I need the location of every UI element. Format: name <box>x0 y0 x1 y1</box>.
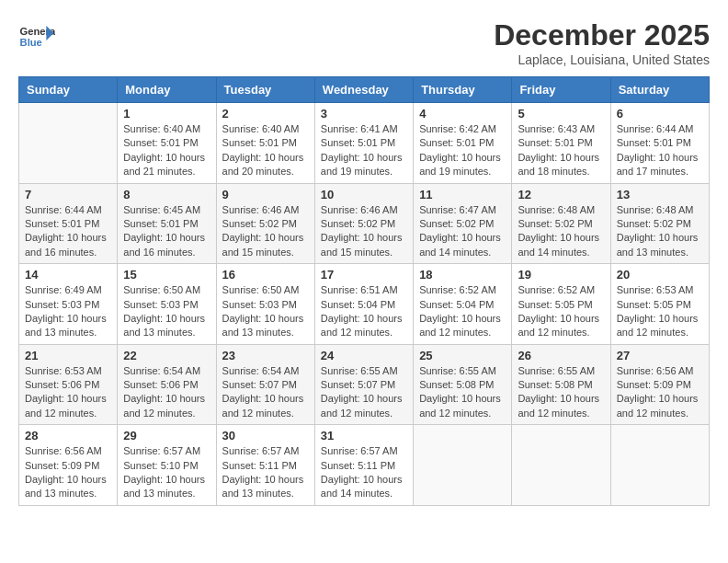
day-info: Sunrise: 6:57 AMSunset: 5:11 PMDaylight:… <box>222 444 309 501</box>
sunset-text: Sunset: 5:09 PM <box>617 378 703 392</box>
day-info: Sunrise: 6:55 AMSunset: 5:07 PMDaylight:… <box>321 364 407 421</box>
logo-icon: General Blue <box>18 18 55 55</box>
sunset-text: Sunset: 5:01 PM <box>419 136 506 150</box>
svg-text:Blue: Blue <box>20 37 42 48</box>
day-number: 29 <box>123 429 210 442</box>
daylight-text: Daylight: 10 hours and 15 minutes. <box>321 231 407 259</box>
calendar-day-cell: 8Sunrise: 6:45 AMSunset: 5:01 PMDaylight… <box>118 183 216 264</box>
day-info: Sunrise: 6:48 AMSunset: 5:02 PMDaylight:… <box>518 203 604 260</box>
calendar-week-row: 21Sunrise: 6:53 AMSunset: 5:06 PMDayligh… <box>19 344 710 425</box>
day-info: Sunrise: 6:47 AMSunset: 5:02 PMDaylight:… <box>419 203 506 260</box>
daylight-text: Daylight: 10 hours and 13 minutes. <box>25 312 111 340</box>
calendar-day-cell: 29Sunrise: 6:57 AMSunset: 5:10 PMDayligh… <box>118 425 216 506</box>
calendar-day-cell: 12Sunrise: 6:48 AMSunset: 5:02 PMDayligh… <box>512 183 610 264</box>
calendar-day-cell: 31Sunrise: 6:57 AMSunset: 5:11 PMDayligh… <box>314 425 413 506</box>
sunset-text: Sunset: 5:03 PM <box>123 298 210 312</box>
day-info: Sunrise: 6:46 AMSunset: 5:02 PMDaylight:… <box>321 203 407 260</box>
sunset-text: Sunset: 5:05 PM <box>617 298 703 312</box>
daylight-text: Daylight: 10 hours and 20 minutes. <box>222 151 309 179</box>
sunset-text: Sunset: 5:02 PM <box>518 217 604 231</box>
sunset-text: Sunset: 5:03 PM <box>25 298 111 312</box>
sunrise-text: Sunrise: 6:44 AM <box>617 122 703 136</box>
calendar-table: SundayMondayTuesdayWednesdayThursdayFrid… <box>18 76 710 506</box>
day-number: 14 <box>25 268 111 282</box>
day-number: 4 <box>419 107 506 121</box>
daylight-text: Daylight: 10 hours and 12 minutes. <box>321 312 407 340</box>
daylight-text: Daylight: 10 hours and 13 minutes. <box>123 312 210 340</box>
sunset-text: Sunset: 5:01 PM <box>617 136 703 150</box>
calendar-day-cell <box>512 425 610 506</box>
day-info: Sunrise: 6:54 AMSunset: 5:06 PMDaylight:… <box>123 364 210 421</box>
day-info: Sunrise: 6:51 AMSunset: 5:04 PMDaylight:… <box>321 283 407 340</box>
day-number: 15 <box>123 268 210 282</box>
day-number: 16 <box>222 268 309 282</box>
day-info: Sunrise: 6:50 AMSunset: 5:03 PMDaylight:… <box>123 283 210 340</box>
day-info: Sunrise: 6:42 AMSunset: 5:01 PMDaylight:… <box>419 122 506 179</box>
header-friday: Friday <box>512 77 610 103</box>
sunset-text: Sunset: 5:07 PM <box>321 378 407 392</box>
sunrise-text: Sunrise: 6:40 AM <box>222 122 309 136</box>
day-info: Sunrise: 6:45 AMSunset: 5:01 PMDaylight:… <box>123 203 210 260</box>
day-number: 9 <box>222 188 309 201</box>
calendar-week-row: 14Sunrise: 6:49 AMSunset: 5:03 PMDayligh… <box>19 264 710 345</box>
daylight-text: Daylight: 10 hours and 14 minutes. <box>518 231 604 259</box>
day-info: Sunrise: 6:55 AMSunset: 5:08 PMDaylight:… <box>518 364 604 421</box>
daylight-text: Daylight: 10 hours and 21 minutes. <box>123 151 210 179</box>
sunrise-text: Sunrise: 6:41 AM <box>321 122 407 136</box>
day-number: 23 <box>222 349 309 362</box>
sunrise-text: Sunrise: 6:48 AM <box>617 203 703 217</box>
day-info: Sunrise: 6:44 AMSunset: 5:01 PMDaylight:… <box>617 122 703 179</box>
daylight-text: Daylight: 10 hours and 12 minutes. <box>617 392 703 420</box>
daylight-text: Daylight: 10 hours and 14 minutes. <box>321 473 407 501</box>
day-number: 10 <box>321 188 407 201</box>
day-number: 27 <box>617 349 703 362</box>
sunrise-text: Sunrise: 6:50 AM <box>222 283 309 297</box>
day-info: Sunrise: 6:53 AMSunset: 5:06 PMDaylight:… <box>25 364 111 421</box>
sunset-text: Sunset: 5:01 PM <box>25 217 111 231</box>
header-monday: Monday <box>118 77 216 103</box>
sunrise-text: Sunrise: 6:42 AM <box>419 122 506 136</box>
day-info: Sunrise: 6:52 AMSunset: 5:04 PMDaylight:… <box>419 283 506 340</box>
calendar-day-cell <box>19 103 118 184</box>
calendar-day-cell: 26Sunrise: 6:55 AMSunset: 5:08 PMDayligh… <box>512 344 610 425</box>
day-number: 22 <box>123 349 210 362</box>
sunrise-text: Sunrise: 6:47 AM <box>419 203 506 217</box>
calendar-day-cell: 9Sunrise: 6:46 AMSunset: 5:02 PMDaylight… <box>216 183 314 264</box>
logo: General Blue <box>18 18 55 55</box>
day-info: Sunrise: 6:56 AMSunset: 5:09 PMDaylight:… <box>25 444 111 501</box>
calendar-day-cell: 21Sunrise: 6:53 AMSunset: 5:06 PMDayligh… <box>19 344 118 425</box>
calendar-day-cell: 2Sunrise: 6:40 AMSunset: 5:01 PMDaylight… <box>216 103 314 184</box>
day-info: Sunrise: 6:54 AMSunset: 5:07 PMDaylight:… <box>222 364 309 421</box>
daylight-text: Daylight: 10 hours and 19 minutes. <box>419 151 506 179</box>
sunset-text: Sunset: 5:08 PM <box>419 378 506 392</box>
daylight-text: Daylight: 10 hours and 13 minutes. <box>617 231 703 259</box>
calendar-day-cell: 1Sunrise: 6:40 AMSunset: 5:01 PMDaylight… <box>118 103 216 184</box>
daylight-text: Daylight: 10 hours and 12 minutes. <box>222 392 309 420</box>
day-number: 11 <box>419 188 506 201</box>
calendar-day-cell: 25Sunrise: 6:55 AMSunset: 5:08 PMDayligh… <box>414 344 512 425</box>
day-info: Sunrise: 6:55 AMSunset: 5:08 PMDaylight:… <box>419 364 506 421</box>
daylight-text: Daylight: 10 hours and 12 minutes. <box>518 392 604 420</box>
sunset-text: Sunset: 5:04 PM <box>419 298 506 312</box>
title-section: December 2025 Laplace, Louisiana, United… <box>494 18 710 67</box>
sunset-text: Sunset: 5:01 PM <box>518 136 604 150</box>
calendar-day-cell: 11Sunrise: 6:47 AMSunset: 5:02 PMDayligh… <box>414 183 512 264</box>
sunrise-text: Sunrise: 6:54 AM <box>222 364 309 378</box>
calendar-header-row: SundayMondayTuesdayWednesdayThursdayFrid… <box>19 77 710 103</box>
daylight-text: Daylight: 10 hours and 16 minutes. <box>123 231 210 259</box>
sunrise-text: Sunrise: 6:54 AM <box>123 364 210 378</box>
day-number: 24 <box>321 349 407 362</box>
calendar-day-cell: 18Sunrise: 6:52 AMSunset: 5:04 PMDayligh… <box>414 264 512 345</box>
daylight-text: Daylight: 10 hours and 12 minutes. <box>419 392 506 420</box>
daylight-text: Daylight: 10 hours and 13 minutes. <box>25 473 111 501</box>
sunset-text: Sunset: 5:01 PM <box>321 136 407 150</box>
calendar-day-cell: 10Sunrise: 6:46 AMSunset: 5:02 PMDayligh… <box>314 183 413 264</box>
calendar-day-cell <box>414 425 512 506</box>
sunrise-text: Sunrise: 6:53 AM <box>25 364 111 378</box>
calendar-day-cell: 6Sunrise: 6:44 AMSunset: 5:01 PMDaylight… <box>610 103 709 184</box>
day-number: 5 <box>518 107 604 121</box>
daylight-text: Daylight: 10 hours and 19 minutes. <box>321 151 407 179</box>
day-number: 28 <box>25 429 111 442</box>
calendar-week-row: 7Sunrise: 6:44 AMSunset: 5:01 PMDaylight… <box>19 183 710 264</box>
calendar-day-cell <box>610 425 709 506</box>
